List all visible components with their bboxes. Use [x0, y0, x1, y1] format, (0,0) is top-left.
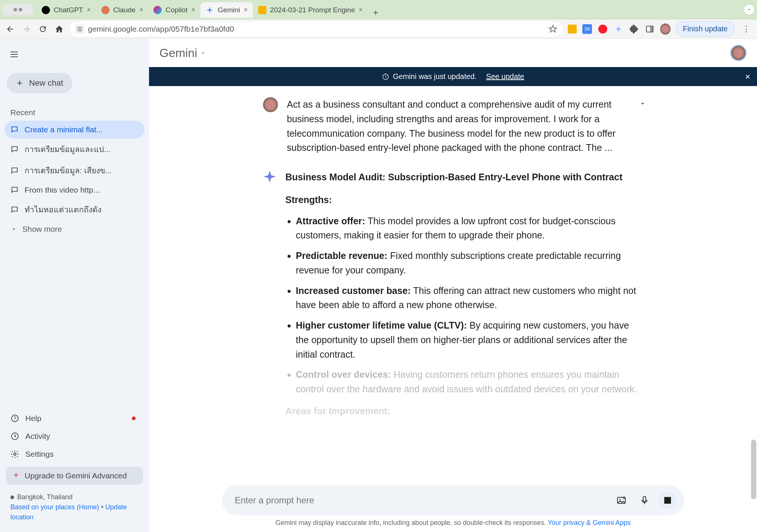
help-button[interactable]: ? Help — [4, 409, 145, 427]
back-button[interactable] — [4, 23, 16, 35]
chat-icon — [10, 206, 19, 214]
svg-text:?: ? — [13, 415, 16, 421]
disclaimer-text: Gemini may display inaccurate info, incl… — [275, 519, 546, 526]
model-selector[interactable]: Gemini — [159, 46, 206, 60]
extensions-button[interactable] — [629, 24, 639, 34]
see-update-link[interactable]: See update — [486, 72, 524, 81]
chat-icon — [10, 186, 19, 194]
list-item: Increased customer base: This offering c… — [296, 284, 643, 313]
chat-item-label: การเตรียมข้อมูลและแบ่... — [25, 143, 111, 155]
home-button[interactable] — [54, 23, 65, 35]
main-panel: Gemini Gemini was just updated. See upda… — [149, 39, 757, 532]
chat-item[interactable]: การเตรียมข้อมูล: เสียงข... — [4, 160, 145, 181]
browser-tab-strip: ChatGPT × Claude × Copilot × Gemini × 20… — [0, 0, 757, 19]
user-message: Act as a business consultant and conduct… — [263, 97, 643, 155]
tab-claude[interactable]: Claude × — [96, 2, 149, 18]
tab-label: Gemini — [218, 6, 240, 14]
list-item: Predictable revenue: Fixed monthly subsc… — [296, 248, 643, 278]
location-dot-icon — [10, 495, 14, 499]
stop-button[interactable] — [659, 491, 677, 509]
gemini-icon — [206, 6, 214, 14]
location-basis-link[interactable]: Based on your places (Home) — [10, 503, 99, 511]
conversation-area[interactable]: Act as a business consultant and conduct… — [149, 86, 757, 474]
reload-button[interactable] — [37, 23, 48, 35]
activity-label: Activity — [25, 432, 50, 441]
prompt-input[interactable] — [235, 495, 607, 506]
tab-list: ChatGPT × Claude × Copilot × Gemini × 20… — [37, 1, 741, 18]
ext-gemini-icon[interactable] — [613, 24, 624, 34]
kebab-menu-icon[interactable]: ⋮ — [740, 24, 753, 34]
list-item: Higher customer lifetime value (CLTV): B… — [296, 318, 643, 361]
assistant-response: Business Model Audit: Subscription-Based… — [285, 170, 643, 425]
new-tab-button[interactable]: + — [368, 7, 384, 18]
tab-label: 2024-03-21 Prompt Engine — [270, 6, 355, 14]
assistant-message: Business Model Audit: Subscription-Based… — [263, 170, 643, 425]
mic-button[interactable] — [636, 491, 653, 509]
show-more-button[interactable]: Show more — [4, 220, 145, 238]
caret-down-icon — [200, 50, 206, 56]
hamburger-button[interactable] — [7, 47, 22, 62]
sidepanel-button[interactable] — [644, 24, 655, 34]
input-area: Gemini may display inaccurate info, incl… — [149, 474, 757, 532]
close-banner-button[interactable]: × — [745, 72, 750, 82]
address-bar[interactable]: gemini.google.com/app/057fb1e7bf3a0fd0 — [70, 22, 563, 37]
chat-item[interactable]: การเตรียมข้อมูลและแบ่... — [4, 139, 145, 160]
window-controls[interactable] — [3, 4, 33, 15]
help-label: Help — [25, 414, 41, 423]
upgrade-label: Upgrade to Gemini Advanced — [25, 471, 127, 480]
prompt-input-container — [222, 485, 684, 515]
response-title: Business Model Audit: Subscription-Based… — [285, 170, 643, 184]
chat-item[interactable]: ทำไมหอแต่วแตกถึงดัง — [4, 199, 145, 220]
settings-button[interactable]: Settings — [4, 445, 145, 463]
finish-update-button[interactable]: Finish update — [676, 21, 735, 37]
ext-calendar-icon[interactable]: 34 — [582, 24, 592, 34]
close-icon[interactable]: × — [244, 6, 248, 14]
list-item: Attractive offer: This model provides a … — [296, 214, 643, 243]
collapse-button[interactable] — [639, 99, 647, 108]
chat-item-label: Create a minimal flat... — [25, 125, 103, 134]
tab-copilot[interactable]: Copilot × — [148, 2, 200, 18]
image-upload-button[interactable] — [612, 491, 630, 509]
disclaimer: Gemini may display inaccurate info, incl… — [171, 515, 735, 529]
ext-opera-icon[interactable] — [598, 24, 608, 34]
tab-label: Claude — [113, 6, 136, 14]
site-settings-icon[interactable] — [75, 25, 84, 34]
svg-point-8 — [620, 499, 621, 500]
new-chat-button[interactable]: New chat — [7, 73, 72, 93]
tab-chatgpt[interactable]: ChatGPT × — [37, 2, 96, 18]
scrollbar-thumb[interactable] — [751, 440, 756, 499]
close-icon[interactable]: × — [359, 6, 363, 14]
activity-button[interactable]: Activity — [4, 427, 145, 445]
tab-gemini[interactable]: Gemini × — [200, 2, 253, 18]
chevron-down-icon — [10, 226, 17, 232]
close-icon[interactable]: × — [87, 6, 91, 14]
notification-dot-icon — [132, 417, 136, 420]
chat-item[interactable]: From this video http... — [4, 181, 145, 199]
chat-item[interactable]: Create a minimal flat... — [4, 121, 145, 139]
list-item: Control over devices: Having customers r… — [296, 367, 643, 396]
privacy-link[interactable]: Your privacy & Gemini Apps — [548, 519, 630, 526]
app-container: New chat Recent Create a minimal flat...… — [0, 39, 757, 532]
app-name: Gemini — [159, 46, 197, 60]
svg-point-5 — [14, 453, 16, 455]
ext-icon-1[interactable] — [568, 25, 577, 34]
location-city: Bangkok, Thailand — [17, 493, 73, 501]
tab-overflow-button[interactable] — [744, 5, 754, 15]
tab-slides[interactable]: 2024-03-21 Prompt Engine × — [253, 2, 368, 18]
toolbar-actions: 34 Finish update ⋮ — [568, 21, 753, 37]
banner-text: Gemini was just updated. — [393, 72, 477, 81]
update-banner: Gemini was just updated. See update × — [149, 67, 757, 86]
close-icon[interactable]: × — [191, 6, 196, 14]
claude-icon — [101, 6, 110, 14]
forward-button[interactable] — [21, 23, 32, 35]
profile-button[interactable] — [660, 24, 671, 34]
strengths-list: Attractive offer: This model provides a … — [285, 214, 643, 396]
chatgpt-icon — [42, 6, 50, 14]
chat-icon — [10, 167, 19, 175]
upgrade-button[interactable]: Upgrade to Gemini Advanced — [6, 467, 143, 485]
close-icon[interactable]: × — [139, 6, 143, 14]
profile-avatar[interactable] — [730, 45, 747, 61]
gear-icon — [10, 450, 19, 459]
star-icon[interactable] — [548, 25, 557, 34]
sparkle-update-icon — [382, 73, 389, 80]
